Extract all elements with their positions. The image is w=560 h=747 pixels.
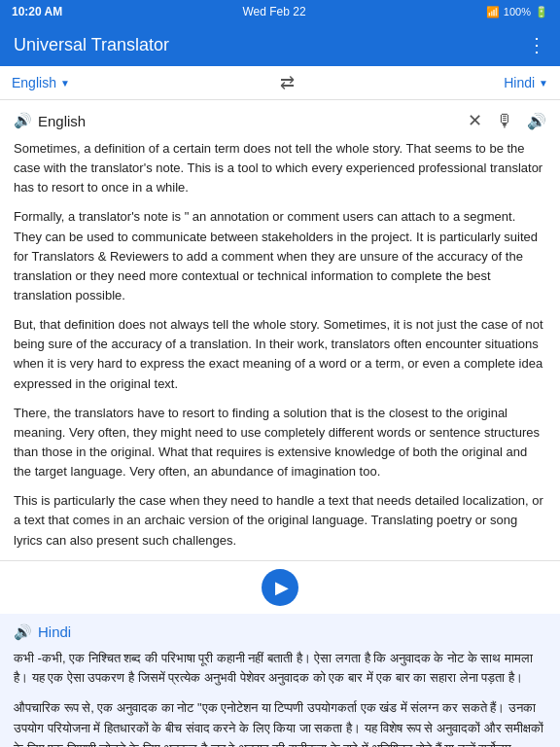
mic-off-button[interactable]: 🎙 [496,111,513,131]
source-panel: 🔊 English ✕ 🎙 🔊 Sometimes, a definition … [0,100,560,561]
target-lang-label: Hindi [504,75,535,90]
trans-panel-header: 🔊 Hindi [14,623,546,641]
wifi-icon: 📶 [486,6,500,18]
source-audio-button[interactable]: 🔊 [527,112,546,130]
swap-languages-button[interactable]: ⇄ [280,72,295,93]
source-para-4: There, the translators have to resort to… [14,404,546,482]
source-language-select[interactable]: English ▼ [12,75,70,90]
status-bar: 10:20 AM Wed Feb 22 📶 100% 🔋 [0,0,560,23]
play-button-row: ▶ [0,561,560,614]
source-panel-lang-label: 🔊 English [14,112,86,129]
battery-icon: 🔋 [535,6,548,18]
trans-speaker-icon: 🔊 [14,623,32,641]
status-time: 10:20 AM [12,5,62,18]
trans-para-2: औपचारिक रूप से, एक अनुवादक का नोट "एक एन… [14,698,546,747]
language-bar: English ▼ ⇄ Hindi ▼ [0,66,560,100]
play-translation-button[interactable]: ▶ [262,569,298,606]
source-lang-label: English [12,75,56,90]
source-panel-actions: ✕ 🎙 🔊 [468,110,546,131]
trans-para-1: कभी -कभी, एक निश्चित शब्द की परिभाषा पूर… [14,649,546,690]
status-date: Wed Feb 22 [242,5,305,18]
battery-label: 100% [504,6,531,18]
source-panel-header: 🔊 English ✕ 🎙 🔊 [14,110,546,131]
app-header: Universal Translator ⋮ [0,23,560,66]
trans-panel-lang-label: 🔊 Hindi [14,623,71,641]
play-icon: ▶ [275,577,289,598]
source-para-1: Sometimes, a definition of a certain ter… [14,139,546,197]
target-language-select[interactable]: Hindi ▼ [504,75,548,90]
source-text-content: Sometimes, a definition of a certain ter… [14,139,546,551]
status-right: 📶 100% 🔋 [486,6,548,18]
target-lang-arrow-icon: ▼ [539,78,548,89]
source-lang-arrow-icon: ▼ [60,78,70,89]
source-para-2: Formally, a translator's note is " an an… [14,207,546,305]
header-menu-button[interactable]: ⋮ [527,33,546,56]
source-para-3: But, that definition does not always tel… [14,315,546,394]
close-source-button[interactable]: ✕ [468,110,482,131]
translation-panel: 🔊 Hindi कभी -कभी, एक निश्चित शब्द की परि… [0,614,560,747]
source-speaker-icon: 🔊 [14,112,32,129]
source-para-5: This is particularly the case when they … [14,491,546,550]
translated-text-content: कभी -कभी, एक निश्चित शब्द की परिभाषा पूर… [14,649,546,747]
app-title: Universal Translator [14,35,169,55]
